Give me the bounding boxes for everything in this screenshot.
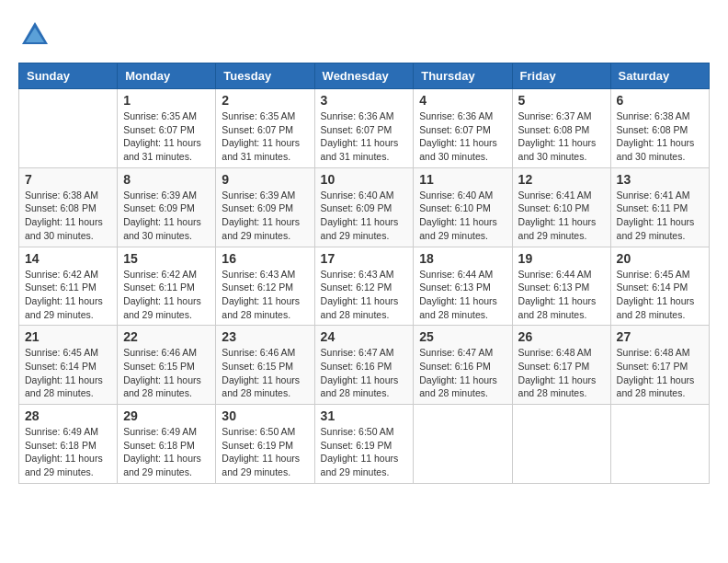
day-number: 18 bbox=[419, 251, 506, 266]
day-info: Sunrise: 6:41 AMSunset: 6:11 PMDaylight:… bbox=[617, 189, 703, 243]
day-cell: 26Sunrise: 6:48 AMSunset: 6:17 PMDayligh… bbox=[512, 326, 610, 405]
day-number: 5 bbox=[518, 93, 605, 108]
day-info: Sunrise: 6:50 AMSunset: 6:19 PMDaylight:… bbox=[321, 425, 408, 479]
day-info: Sunrise: 6:47 AMSunset: 6:16 PMDaylight:… bbox=[321, 346, 408, 400]
day-cell: 5Sunrise: 6:37 AMSunset: 6:08 PMDaylight… bbox=[512, 89, 610, 168]
day-cell bbox=[512, 405, 610, 484]
day-info: Sunrise: 6:49 AMSunset: 6:18 PMDaylight:… bbox=[123, 425, 210, 479]
day-cell: 11Sunrise: 6:40 AMSunset: 6:10 PMDayligh… bbox=[414, 167, 512, 247]
day-cell: 1Sunrise: 6:35 AMSunset: 6:07 PMDaylight… bbox=[118, 89, 216, 168]
day-number: 15 bbox=[123, 251, 210, 266]
day-info: Sunrise: 6:44 AMSunset: 6:13 PMDaylight:… bbox=[518, 268, 605, 322]
day-cell: 8Sunrise: 6:39 AMSunset: 6:09 PMDaylight… bbox=[118, 167, 216, 247]
calendar: SundayMondayTuesdayWednesdayThursdayFrid… bbox=[18, 63, 710, 484]
day-info: Sunrise: 6:50 AMSunset: 6:19 PMDaylight:… bbox=[222, 425, 308, 479]
day-info: Sunrise: 6:37 AMSunset: 6:08 PMDaylight:… bbox=[518, 109, 605, 164]
day-cell: 25Sunrise: 6:47 AMSunset: 6:16 PMDayligh… bbox=[414, 326, 512, 405]
day-cell: 15Sunrise: 6:42 AMSunset: 6:11 PMDayligh… bbox=[118, 247, 216, 326]
day-info: Sunrise: 6:48 AMSunset: 6:17 PMDaylight:… bbox=[617, 346, 703, 400]
day-cell: 22Sunrise: 6:46 AMSunset: 6:15 PMDayligh… bbox=[118, 326, 216, 405]
week-row-2: 14Sunrise: 6:42 AMSunset: 6:11 PMDayligh… bbox=[19, 247, 710, 326]
day-info: Sunrise: 6:46 AMSunset: 6:15 PMDaylight:… bbox=[222, 346, 308, 400]
logo bbox=[18, 18, 51, 48]
day-cell: 9Sunrise: 6:39 AMSunset: 6:09 PMDaylight… bbox=[216, 167, 314, 247]
day-number: 2 bbox=[222, 93, 308, 108]
day-cell: 21Sunrise: 6:45 AMSunset: 6:14 PMDayligh… bbox=[19, 326, 118, 405]
day-cell: 27Sunrise: 6:48 AMSunset: 6:17 PMDayligh… bbox=[610, 326, 709, 405]
day-info: Sunrise: 6:36 AMSunset: 6:07 PMDaylight:… bbox=[321, 109, 408, 164]
weekday-sunday: Sunday bbox=[19, 63, 118, 89]
day-info: Sunrise: 6:41 AMSunset: 6:10 PMDaylight:… bbox=[518, 189, 605, 243]
day-cell: 7Sunrise: 6:38 AMSunset: 6:08 PMDaylight… bbox=[19, 167, 118, 247]
day-cell: 31Sunrise: 6:50 AMSunset: 6:19 PMDayligh… bbox=[314, 405, 414, 484]
week-row-4: 28Sunrise: 6:49 AMSunset: 6:18 PMDayligh… bbox=[19, 405, 710, 484]
weekday-monday: Monday bbox=[118, 63, 216, 89]
day-number: 21 bbox=[25, 329, 111, 344]
day-number: 23 bbox=[222, 329, 308, 344]
day-cell: 2Sunrise: 6:35 AMSunset: 6:07 PMDaylight… bbox=[216, 89, 314, 168]
day-number: 30 bbox=[222, 408, 308, 423]
day-cell: 12Sunrise: 6:41 AMSunset: 6:10 PMDayligh… bbox=[512, 167, 610, 247]
day-info: Sunrise: 6:49 AMSunset: 6:18 PMDaylight:… bbox=[25, 425, 111, 479]
day-number: 11 bbox=[419, 172, 506, 187]
day-info: Sunrise: 6:45 AMSunset: 6:14 PMDaylight:… bbox=[25, 346, 111, 400]
day-cell: 19Sunrise: 6:44 AMSunset: 6:13 PMDayligh… bbox=[512, 247, 610, 326]
day-info: Sunrise: 6:40 AMSunset: 6:09 PMDaylight:… bbox=[321, 189, 408, 243]
day-info: Sunrise: 6:43 AMSunset: 6:12 PMDaylight:… bbox=[222, 268, 308, 322]
day-number: 27 bbox=[617, 329, 703, 344]
day-number: 17 bbox=[321, 251, 408, 266]
day-number: 12 bbox=[518, 172, 605, 187]
week-row-3: 21Sunrise: 6:45 AMSunset: 6:14 PMDayligh… bbox=[19, 326, 710, 405]
weekday-wednesday: Wednesday bbox=[314, 63, 414, 89]
day-cell: 10Sunrise: 6:40 AMSunset: 6:09 PMDayligh… bbox=[314, 167, 414, 247]
day-info: Sunrise: 6:39 AMSunset: 6:09 PMDaylight:… bbox=[222, 189, 308, 243]
day-info: Sunrise: 6:38 AMSunset: 6:08 PMDaylight:… bbox=[25, 189, 111, 243]
weekday-header-row: SundayMondayTuesdayWednesdayThursdayFrid… bbox=[19, 63, 710, 89]
day-info: Sunrise: 6:35 AMSunset: 6:07 PMDaylight:… bbox=[222, 109, 308, 164]
day-number: 3 bbox=[321, 93, 408, 108]
day-info: Sunrise: 6:48 AMSunset: 6:17 PMDaylight:… bbox=[518, 346, 605, 400]
day-number: 10 bbox=[321, 172, 408, 187]
day-cell: 24Sunrise: 6:47 AMSunset: 6:16 PMDayligh… bbox=[314, 326, 414, 405]
day-number: 25 bbox=[419, 329, 506, 344]
day-cell: 4Sunrise: 6:36 AMSunset: 6:07 PMDaylight… bbox=[414, 89, 512, 168]
day-cell bbox=[610, 405, 709, 484]
day-number: 9 bbox=[222, 172, 308, 187]
day-cell: 23Sunrise: 6:46 AMSunset: 6:15 PMDayligh… bbox=[216, 326, 314, 405]
day-cell: 28Sunrise: 6:49 AMSunset: 6:18 PMDayligh… bbox=[19, 405, 118, 484]
week-row-0: 1Sunrise: 6:35 AMSunset: 6:07 PMDaylight… bbox=[19, 89, 710, 168]
day-info: Sunrise: 6:39 AMSunset: 6:09 PMDaylight:… bbox=[123, 189, 210, 243]
weekday-thursday: Thursday bbox=[414, 63, 512, 89]
day-info: Sunrise: 6:46 AMSunset: 6:15 PMDaylight:… bbox=[123, 346, 210, 400]
day-info: Sunrise: 6:43 AMSunset: 6:12 PMDaylight:… bbox=[321, 268, 408, 322]
weekday-tuesday: Tuesday bbox=[216, 63, 314, 89]
day-cell bbox=[19, 89, 118, 168]
day-info: Sunrise: 6:40 AMSunset: 6:10 PMDaylight:… bbox=[419, 189, 506, 243]
day-number: 24 bbox=[321, 329, 408, 344]
day-info: Sunrise: 6:44 AMSunset: 6:13 PMDaylight:… bbox=[419, 268, 506, 322]
day-cell: 20Sunrise: 6:45 AMSunset: 6:14 PMDayligh… bbox=[610, 247, 709, 326]
day-number: 20 bbox=[617, 251, 703, 266]
day-info: Sunrise: 6:47 AMSunset: 6:16 PMDaylight:… bbox=[419, 346, 506, 400]
day-cell: 18Sunrise: 6:44 AMSunset: 6:13 PMDayligh… bbox=[414, 247, 512, 326]
day-info: Sunrise: 6:42 AMSunset: 6:11 PMDaylight:… bbox=[123, 268, 210, 322]
day-info: Sunrise: 6:38 AMSunset: 6:08 PMDaylight:… bbox=[617, 109, 703, 164]
day-cell: 30Sunrise: 6:50 AMSunset: 6:19 PMDayligh… bbox=[216, 405, 314, 484]
day-cell: 6Sunrise: 6:38 AMSunset: 6:08 PMDaylight… bbox=[610, 89, 709, 168]
day-cell: 17Sunrise: 6:43 AMSunset: 6:12 PMDayligh… bbox=[314, 247, 414, 326]
page-header bbox=[18, 18, 710, 48]
logo-icon bbox=[18, 18, 48, 48]
day-number: 8 bbox=[123, 172, 210, 187]
day-number: 7 bbox=[25, 172, 111, 187]
day-number: 4 bbox=[419, 93, 506, 108]
day-cell bbox=[414, 405, 512, 484]
day-number: 31 bbox=[321, 408, 408, 423]
day-number: 1 bbox=[123, 93, 210, 108]
day-number: 19 bbox=[518, 251, 605, 266]
week-row-1: 7Sunrise: 6:38 AMSunset: 6:08 PMDaylight… bbox=[19, 167, 710, 247]
day-number: 28 bbox=[25, 408, 111, 423]
day-number: 6 bbox=[617, 93, 703, 108]
weekday-saturday: Saturday bbox=[610, 63, 709, 89]
day-info: Sunrise: 6:45 AMSunset: 6:14 PMDaylight:… bbox=[617, 268, 703, 322]
calendar-body: 1Sunrise: 6:35 AMSunset: 6:07 PMDaylight… bbox=[19, 89, 710, 484]
